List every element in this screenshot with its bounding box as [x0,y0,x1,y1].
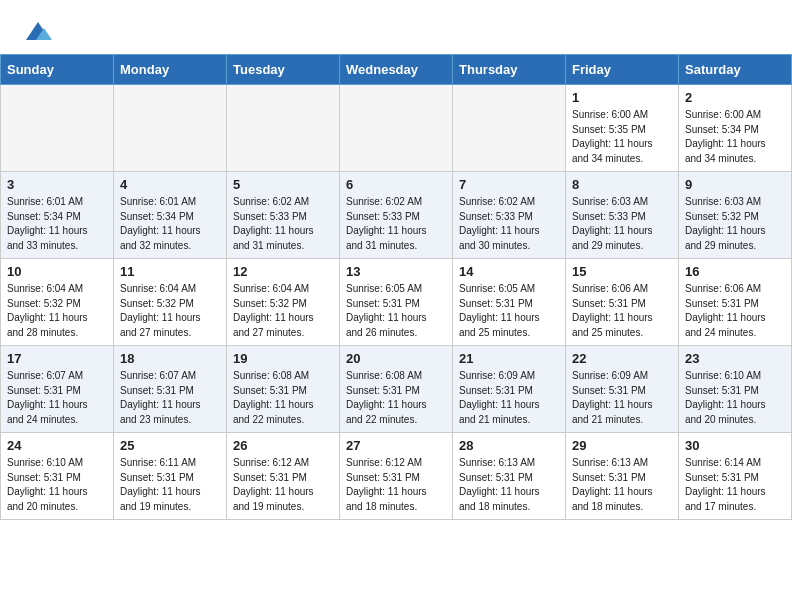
day-number: 29 [572,438,672,453]
day-info: Sunrise: 6:07 AM Sunset: 5:31 PM Dayligh… [7,369,107,427]
day-cell: 5Sunrise: 6:02 AM Sunset: 5:33 PM Daylig… [227,172,340,259]
day-number: 12 [233,264,333,279]
day-info: Sunrise: 6:08 AM Sunset: 5:31 PM Dayligh… [233,369,333,427]
calendar-table: SundayMondayTuesdayWednesdayThursdayFrid… [0,54,792,520]
weekday-header-thursday: Thursday [453,55,566,85]
day-cell [340,85,453,172]
day-number: 8 [572,177,672,192]
day-number: 4 [120,177,220,192]
day-cell: 25Sunrise: 6:11 AM Sunset: 5:31 PM Dayli… [114,433,227,520]
day-cell: 30Sunrise: 6:14 AM Sunset: 5:31 PM Dayli… [679,433,792,520]
day-number: 23 [685,351,785,366]
week-row-3: 10Sunrise: 6:04 AM Sunset: 5:32 PM Dayli… [1,259,792,346]
day-cell: 22Sunrise: 6:09 AM Sunset: 5:31 PM Dayli… [566,346,679,433]
logo [24,18,56,46]
day-info: Sunrise: 6:06 AM Sunset: 5:31 PM Dayligh… [685,282,785,340]
day-cell: 16Sunrise: 6:06 AM Sunset: 5:31 PM Dayli… [679,259,792,346]
day-number: 5 [233,177,333,192]
day-info: Sunrise: 6:10 AM Sunset: 5:31 PM Dayligh… [685,369,785,427]
day-cell: 7Sunrise: 6:02 AM Sunset: 5:33 PM Daylig… [453,172,566,259]
day-number: 1 [572,90,672,105]
day-cell: 26Sunrise: 6:12 AM Sunset: 5:31 PM Dayli… [227,433,340,520]
day-number: 15 [572,264,672,279]
day-info: Sunrise: 6:03 AM Sunset: 5:32 PM Dayligh… [685,195,785,253]
day-number: 9 [685,177,785,192]
day-cell: 27Sunrise: 6:12 AM Sunset: 5:31 PM Dayli… [340,433,453,520]
day-info: Sunrise: 6:02 AM Sunset: 5:33 PM Dayligh… [346,195,446,253]
day-number: 14 [459,264,559,279]
day-info: Sunrise: 6:12 AM Sunset: 5:31 PM Dayligh… [233,456,333,514]
day-info: Sunrise: 6:13 AM Sunset: 5:31 PM Dayligh… [572,456,672,514]
day-number: 2 [685,90,785,105]
day-number: 3 [7,177,107,192]
day-number: 22 [572,351,672,366]
day-info: Sunrise: 6:07 AM Sunset: 5:31 PM Dayligh… [120,369,220,427]
day-cell: 1Sunrise: 6:00 AM Sunset: 5:35 PM Daylig… [566,85,679,172]
day-number: 13 [346,264,446,279]
day-number: 28 [459,438,559,453]
day-number: 21 [459,351,559,366]
day-info: Sunrise: 6:04 AM Sunset: 5:32 PM Dayligh… [233,282,333,340]
day-cell [453,85,566,172]
day-cell: 24Sunrise: 6:10 AM Sunset: 5:31 PM Dayli… [1,433,114,520]
day-cell: 15Sunrise: 6:06 AM Sunset: 5:31 PM Dayli… [566,259,679,346]
logo-icon [24,18,52,46]
week-row-4: 17Sunrise: 6:07 AM Sunset: 5:31 PM Dayli… [1,346,792,433]
day-info: Sunrise: 6:04 AM Sunset: 5:32 PM Dayligh… [120,282,220,340]
day-number: 30 [685,438,785,453]
weekday-header-row: SundayMondayTuesdayWednesdayThursdayFrid… [1,55,792,85]
day-cell [227,85,340,172]
day-cell: 21Sunrise: 6:09 AM Sunset: 5:31 PM Dayli… [453,346,566,433]
day-info: Sunrise: 6:10 AM Sunset: 5:31 PM Dayligh… [7,456,107,514]
day-number: 25 [120,438,220,453]
day-info: Sunrise: 6:03 AM Sunset: 5:33 PM Dayligh… [572,195,672,253]
day-cell [1,85,114,172]
day-info: Sunrise: 6:05 AM Sunset: 5:31 PM Dayligh… [459,282,559,340]
day-number: 27 [346,438,446,453]
weekday-header-sunday: Sunday [1,55,114,85]
day-info: Sunrise: 6:09 AM Sunset: 5:31 PM Dayligh… [459,369,559,427]
day-cell: 28Sunrise: 6:13 AM Sunset: 5:31 PM Dayli… [453,433,566,520]
day-cell: 29Sunrise: 6:13 AM Sunset: 5:31 PM Dayli… [566,433,679,520]
day-cell: 17Sunrise: 6:07 AM Sunset: 5:31 PM Dayli… [1,346,114,433]
day-cell [114,85,227,172]
day-info: Sunrise: 6:00 AM Sunset: 5:35 PM Dayligh… [572,108,672,166]
day-cell: 2Sunrise: 6:00 AM Sunset: 5:34 PM Daylig… [679,85,792,172]
day-cell: 23Sunrise: 6:10 AM Sunset: 5:31 PM Dayli… [679,346,792,433]
day-cell: 13Sunrise: 6:05 AM Sunset: 5:31 PM Dayli… [340,259,453,346]
week-row-2: 3Sunrise: 6:01 AM Sunset: 5:34 PM Daylig… [1,172,792,259]
day-number: 6 [346,177,446,192]
day-info: Sunrise: 6:08 AM Sunset: 5:31 PM Dayligh… [346,369,446,427]
day-info: Sunrise: 6:06 AM Sunset: 5:31 PM Dayligh… [572,282,672,340]
day-info: Sunrise: 6:12 AM Sunset: 5:31 PM Dayligh… [346,456,446,514]
weekday-header-saturday: Saturday [679,55,792,85]
day-number: 17 [7,351,107,366]
day-info: Sunrise: 6:04 AM Sunset: 5:32 PM Dayligh… [7,282,107,340]
day-info: Sunrise: 6:14 AM Sunset: 5:31 PM Dayligh… [685,456,785,514]
day-cell: 10Sunrise: 6:04 AM Sunset: 5:32 PM Dayli… [1,259,114,346]
day-info: Sunrise: 6:13 AM Sunset: 5:31 PM Dayligh… [459,456,559,514]
weekday-header-tuesday: Tuesday [227,55,340,85]
day-cell: 8Sunrise: 6:03 AM Sunset: 5:33 PM Daylig… [566,172,679,259]
day-number: 26 [233,438,333,453]
day-info: Sunrise: 6:00 AM Sunset: 5:34 PM Dayligh… [685,108,785,166]
day-number: 24 [7,438,107,453]
day-info: Sunrise: 6:02 AM Sunset: 5:33 PM Dayligh… [459,195,559,253]
weekday-header-monday: Monday [114,55,227,85]
day-info: Sunrise: 6:01 AM Sunset: 5:34 PM Dayligh… [120,195,220,253]
day-number: 10 [7,264,107,279]
day-cell: 14Sunrise: 6:05 AM Sunset: 5:31 PM Dayli… [453,259,566,346]
day-cell: 11Sunrise: 6:04 AM Sunset: 5:32 PM Dayli… [114,259,227,346]
day-info: Sunrise: 6:02 AM Sunset: 5:33 PM Dayligh… [233,195,333,253]
day-cell: 6Sunrise: 6:02 AM Sunset: 5:33 PM Daylig… [340,172,453,259]
day-cell: 3Sunrise: 6:01 AM Sunset: 5:34 PM Daylig… [1,172,114,259]
day-cell: 4Sunrise: 6:01 AM Sunset: 5:34 PM Daylig… [114,172,227,259]
day-info: Sunrise: 6:11 AM Sunset: 5:31 PM Dayligh… [120,456,220,514]
day-number: 16 [685,264,785,279]
day-cell: 20Sunrise: 6:08 AM Sunset: 5:31 PM Dayli… [340,346,453,433]
day-cell: 19Sunrise: 6:08 AM Sunset: 5:31 PM Dayli… [227,346,340,433]
day-info: Sunrise: 6:09 AM Sunset: 5:31 PM Dayligh… [572,369,672,427]
week-row-1: 1Sunrise: 6:00 AM Sunset: 5:35 PM Daylig… [1,85,792,172]
weekday-header-friday: Friday [566,55,679,85]
page-header [0,0,792,54]
